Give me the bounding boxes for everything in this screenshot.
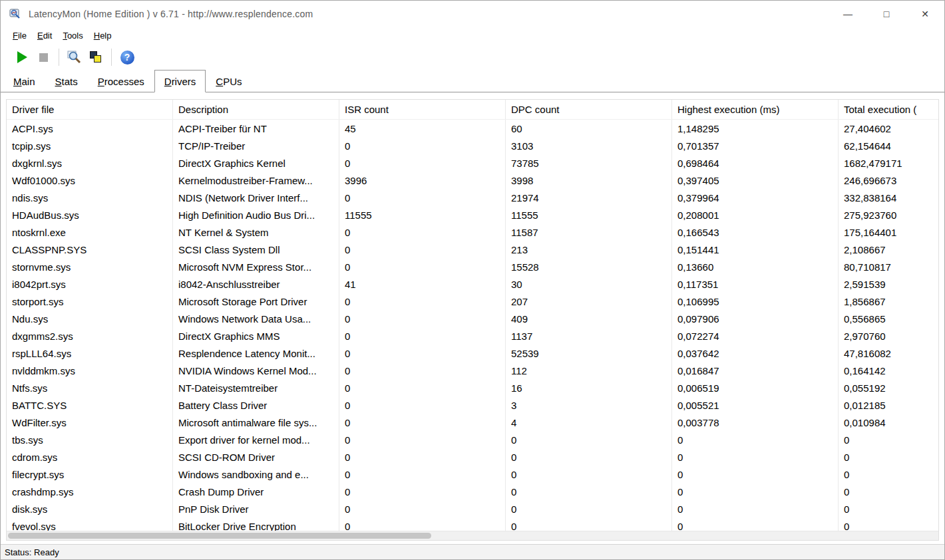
cell-dpc-count: 11587 xyxy=(506,223,672,241)
cell-total-execution: 0 xyxy=(839,517,938,531)
layers-button[interactable] xyxy=(85,47,106,67)
column-header-total-execution[interactable]: Total execution ( xyxy=(839,100,938,119)
column-header-driver-file[interactable]: Driver file xyxy=(7,100,173,119)
cell-isr-count: 11555 xyxy=(339,206,506,223)
table-row[interactable]: filecrypt.sysWindows sandboxing and e...… xyxy=(7,466,938,483)
table-row[interactable]: dxgkrnl.sysDirectX Graphics Kernel073785… xyxy=(7,154,938,172)
cell-driver-file: dxgmms2.sys xyxy=(7,327,173,345)
cell-driver-file: rspLLL64.sys xyxy=(7,345,173,362)
table-row[interactable]: disk.sysPnP Disk Driver0000 xyxy=(7,500,938,517)
column-header-isr-count[interactable]: ISR count xyxy=(339,100,506,119)
table-row[interactable]: ntoskrnl.exeNT Kernel & System0115870,16… xyxy=(7,223,938,241)
cell-description: Crash Dump Driver xyxy=(173,483,339,500)
tab-cpus[interactable]: CPUs xyxy=(206,71,252,92)
cell-dpc-count: 112 xyxy=(506,362,672,379)
cell-highest-execution-ms: 0,016847 xyxy=(672,362,839,379)
table-row[interactable]: Ntfs.sysNT-Dateisystemtreiber0160,006519… xyxy=(7,379,938,396)
cell-highest-execution-ms: 0,701357 xyxy=(672,137,839,154)
scrollbar-thumb[interactable] xyxy=(8,533,431,539)
cell-highest-execution-ms: 0,151441 xyxy=(672,241,839,258)
cell-driver-file: ACPI.sys xyxy=(7,120,173,137)
tab-drivers[interactable]: Drivers xyxy=(154,70,206,92)
cell-highest-execution-ms: 0 xyxy=(672,500,839,517)
cell-total-execution: 1,856867 xyxy=(839,293,938,310)
cell-highest-execution-ms: 0,005521 xyxy=(672,396,839,414)
table-row[interactable]: BATTC.SYSBattery Class Driver030,0055210… xyxy=(7,396,938,414)
cell-highest-execution-ms: 0 xyxy=(672,431,839,448)
maximize-button[interactable]: □ xyxy=(867,1,906,27)
menu-file[interactable]: File xyxy=(7,29,32,43)
table-row[interactable]: WdFilter.sysMicrosoft antimalware file s… xyxy=(7,414,938,431)
tab-processes[interactable]: Processes xyxy=(88,71,154,92)
cell-driver-file: dxgkrnl.sys xyxy=(7,154,173,172)
listview-header: Driver file Description ISR count DPC co… xyxy=(7,100,938,120)
cell-total-execution: 275,923760 xyxy=(839,206,938,223)
column-header-dpc-count[interactable]: DPC count xyxy=(506,100,672,119)
cell-dpc-count: 0 xyxy=(506,466,672,483)
cell-highest-execution-ms: 0,037642 xyxy=(672,345,839,362)
cell-dpc-count: 0 xyxy=(506,500,672,517)
drivers-page: Driver file Description ISR count DPC co… xyxy=(1,92,944,544)
minimize-button[interactable]: — xyxy=(829,1,867,27)
table-row[interactable]: tcpip.sysTCP/IP-Treiber031030,70135762,1… xyxy=(7,137,938,154)
stop-icon xyxy=(39,53,48,62)
help-button[interactable]: ? xyxy=(116,47,138,67)
cell-description: NDIS (Network Driver Interf... xyxy=(173,189,339,206)
cell-driver-file: stornvme.sys xyxy=(7,258,173,275)
table-row[interactable]: ndis.sysNDIS (Network Driver Interf...02… xyxy=(7,189,938,206)
tab-stats[interactable]: Stats xyxy=(45,71,88,92)
cell-dpc-count: 52539 xyxy=(506,345,672,362)
analyze-button[interactable] xyxy=(64,47,85,67)
cell-description: Microsoft Storage Port Driver xyxy=(173,293,339,310)
table-row[interactable]: rspLLL64.sysResplendence Latency Monit..… xyxy=(7,345,938,362)
menu-edit[interactable]: Edit xyxy=(32,29,57,43)
horizontal-scrollbar[interactable] xyxy=(7,531,938,540)
table-row[interactable]: CLASSPNP.SYSSCSI Class System Dll02130,1… xyxy=(7,241,938,258)
cell-isr-count: 45 xyxy=(339,120,506,137)
stop-monitor-button[interactable] xyxy=(33,47,54,67)
table-row[interactable]: storport.sysMicrosoft Storage Port Drive… xyxy=(7,293,938,310)
cell-description: NVIDIA Windows Kernel Mod... xyxy=(173,362,339,379)
cell-highest-execution-ms: 0 xyxy=(672,483,839,500)
table-row[interactable]: cdrom.sysSCSI CD-ROM Driver0000 xyxy=(7,448,938,466)
table-row[interactable]: dxgmms2.sysDirectX Graphics MMS011370,07… xyxy=(7,327,938,345)
cell-isr-count: 0 xyxy=(339,431,506,448)
column-header-highest-execution[interactable]: Highest execution (ms) xyxy=(672,100,839,119)
cell-dpc-count: 60 xyxy=(506,120,672,137)
cell-description: Kernelmodustreiber-Framew... xyxy=(173,172,339,189)
titlebar: LatencyMon (Home Edition ) v 6.71 - http… xyxy=(1,1,944,27)
cell-highest-execution-ms: 0,006519 xyxy=(672,379,839,396)
table-row[interactable]: crashdmp.sysCrash Dump Driver0000 xyxy=(7,483,938,500)
menu-help[interactable]: Help xyxy=(89,29,117,43)
cell-driver-file: filecrypt.sys xyxy=(7,466,173,483)
table-row[interactable]: stornvme.sysMicrosoft NVM Express Stor..… xyxy=(7,258,938,275)
cell-dpc-count: 213 xyxy=(506,241,672,258)
table-row[interactable]: fvevol.sysBitLocker Drive Encryption0000 xyxy=(7,517,938,531)
cell-description: BitLocker Drive Encryption xyxy=(173,517,339,531)
tab-main[interactable]: Main xyxy=(3,71,45,92)
close-button[interactable]: ✕ xyxy=(906,1,944,27)
table-row[interactable]: HDAudBus.sysHigh Definition Audio Bus Dr… xyxy=(7,206,938,223)
column-header-description[interactable]: Description xyxy=(173,100,339,119)
table-row[interactable]: i8042prt.sysi8042-Anschlusstreiber41300,… xyxy=(7,275,938,293)
cell-driver-file: CLASSPNP.SYS xyxy=(7,241,173,258)
table-row[interactable]: ACPI.sysACPI-Treiber für NT45601,1482952… xyxy=(7,120,938,137)
cell-dpc-count: 11555 xyxy=(506,206,672,223)
help-icon: ? xyxy=(120,51,134,65)
cell-description: High Definition Audio Bus Dri... xyxy=(173,206,339,223)
table-row[interactable]: Ndu.sysWindows Network Data Usa...04090,… xyxy=(7,310,938,327)
cell-isr-count: 0 xyxy=(339,137,506,154)
table-row[interactable]: Wdf01000.sysKernelmodustreiber-Framew...… xyxy=(7,172,938,189)
latencymon-window: LatencyMon (Home Edition ) v 6.71 - http… xyxy=(0,0,945,560)
cell-isr-count: 0 xyxy=(339,258,506,275)
table-row[interactable]: nvlddmkm.sysNVIDIA Windows Kernel Mod...… xyxy=(7,362,938,379)
start-monitor-button[interactable] xyxy=(11,47,33,67)
cell-driver-file: ndis.sys xyxy=(7,189,173,206)
cell-driver-file: Wdf01000.sys xyxy=(7,172,173,189)
cell-dpc-count: 15528 xyxy=(506,258,672,275)
cell-isr-count: 0 xyxy=(339,500,506,517)
cell-dpc-count: 1137 xyxy=(506,327,672,345)
cell-dpc-count: 0 xyxy=(506,483,672,500)
menu-tools[interactable]: Tools xyxy=(57,29,88,43)
table-row[interactable]: tbs.sysExport driver for kernel mod...00… xyxy=(7,431,938,448)
